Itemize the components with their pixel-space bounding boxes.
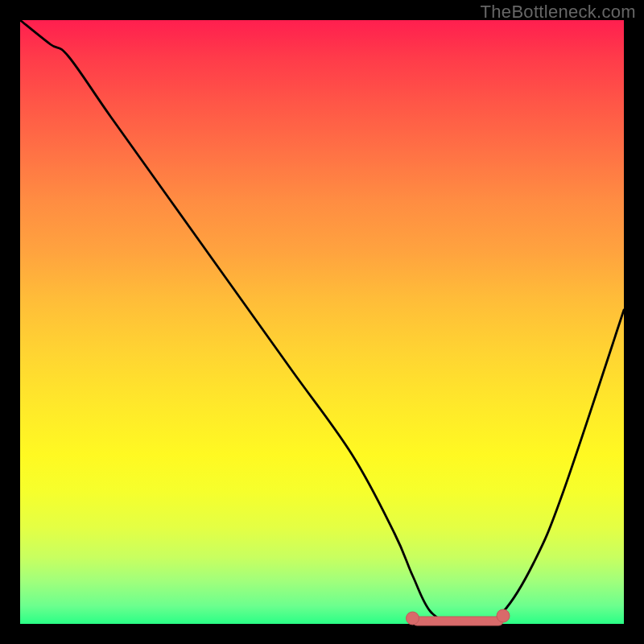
svg-point-6 bbox=[470, 618, 476, 624]
curve-overlay bbox=[20, 20, 624, 624]
plot-area bbox=[20, 20, 624, 624]
chart-frame: TheBottleneck.com bbox=[0, 0, 644, 644]
watermark-text: TheBottleneck.com bbox=[481, 2, 636, 23]
svg-point-2 bbox=[497, 609, 510, 622]
flat-minimum-nodule bbox=[407, 609, 510, 625]
svg-point-5 bbox=[455, 618, 460, 624]
svg-point-3 bbox=[425, 618, 431, 624]
bottleneck-curve bbox=[20, 20, 624, 625]
svg-point-7 bbox=[485, 618, 491, 624]
svg-point-1 bbox=[407, 612, 419, 625]
svg-point-4 bbox=[440, 618, 446, 624]
